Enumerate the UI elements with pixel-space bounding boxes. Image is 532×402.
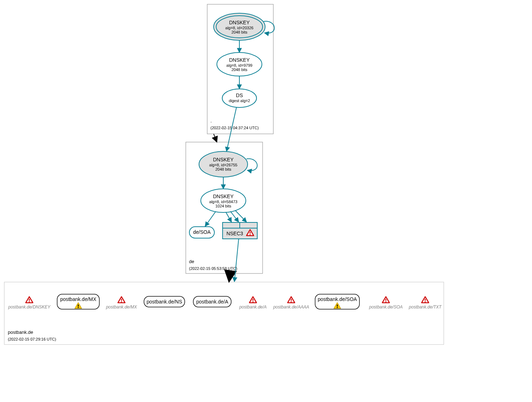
zone-root: . (2022-02-15 04:37:24 UTC) DNSKEY alg=8… (207, 4, 274, 134)
rr-phantom-txt: postbank.de/TXT (408, 297, 442, 310)
svg-text:postbank.de/DNSKEY: postbank.de/DNSKEY (8, 305, 51, 310)
node-de-soa: de/SOA (189, 227, 214, 238)
svg-text:NSEC3: NSEC3 (227, 231, 243, 236)
node-root-ksk: DNSKEY alg=8, id=20326 2048 bits (214, 13, 265, 40)
zone-target: postbank.de (2022-02-15 07:29:16 UTC) po… (4, 239, 444, 345)
svg-text:DNSKEY: DNSKEY (229, 20, 250, 25)
rr-a: postbank.de/A (193, 296, 231, 307)
edge-de-ksk-self (247, 159, 257, 171)
rr-phantom-mx: postbank.de/MX (106, 297, 138, 310)
svg-text:alg=8, id=58473: alg=8, id=58473 (209, 200, 238, 204)
edge-de-nsec-target (234, 239, 239, 282)
node-de-nsec3: NSEC3 (223, 222, 257, 239)
svg-text:DNSKEY: DNSKEY (213, 194, 234, 199)
edge-de-zsk-nsec-3 (235, 210, 247, 222)
svg-text:alg=8, id=20326: alg=8, id=20326 (225, 26, 254, 30)
svg-text:postbank.de/AAAA: postbank.de/AAAA (273, 305, 309, 310)
svg-text:postbank.de/SOA: postbank.de/SOA (318, 296, 357, 302)
svg-text:postbank.de/TXT: postbank.de/TXT (408, 305, 442, 310)
svg-text:postbank.de/MX: postbank.de/MX (60, 296, 96, 302)
svg-text:DS: DS (236, 92, 243, 98)
zone-root-label: . (210, 118, 212, 124)
svg-text:alg=8, id=9799: alg=8, id=9799 (227, 63, 253, 67)
svg-text:postbank.de/MX: postbank.de/MX (106, 305, 138, 310)
rr-phantom-dnskey: postbank.de/DNSKEY (8, 297, 51, 310)
svg-text:postbank.de/A: postbank.de/A (239, 305, 267, 310)
svg-point-14 (222, 89, 257, 107)
zone-de-timestamp: (2022-02-15 05:53:58 UTC) (189, 266, 237, 271)
node-de-zsk: DNSKEY alg=8, id=58473 1024 bits (201, 189, 246, 212)
svg-text:de/SOA: de/SOA (193, 229, 211, 235)
svg-text:postbank.de/A: postbank.de/A (196, 299, 228, 305)
svg-text:DNSKEY: DNSKEY (229, 57, 250, 63)
zone-de: de (2022-02-15 05:53:58 UTC) DNSKEY alg=… (186, 107, 263, 273)
rr-phantom-aaaa: postbank.de/AAAA (273, 297, 309, 310)
edge-zone-de-target (229, 273, 230, 282)
svg-text:postbank.de/SOA: postbank.de/SOA (369, 305, 403, 310)
zone-root-timestamp: (2022-02-15 04:37:24 UTC) (210, 126, 259, 130)
svg-text:1024 bits: 1024 bits (215, 204, 232, 208)
svg-text:digest alg=2: digest alg=2 (229, 99, 250, 103)
zone-de-label: de (189, 259, 194, 264)
edge-de-zsk-soa (205, 211, 216, 226)
edge-de-zsk-nsec-1 (226, 212, 232, 222)
svg-rect-29 (223, 222, 240, 228)
svg-text:alg=8, id=26755: alg=8, id=26755 (209, 163, 238, 167)
edge-zone-root-de (214, 134, 217, 142)
svg-text:postbank.de/NS: postbank.de/NS (146, 299, 182, 305)
node-de-ksk: DNSKEY alg=8, id=26755 2048 bits (199, 151, 248, 177)
rr-soa: postbank.de/SOA (315, 294, 359, 309)
zone-target-label: postbank.de (8, 330, 33, 335)
rr-mx: postbank.de/MX (57, 294, 99, 309)
rr-phantom-soa: postbank.de/SOA (369, 297, 403, 310)
svg-text:2048 bits: 2048 bits (232, 30, 248, 34)
rr-ns: postbank.de/NS (144, 296, 185, 307)
svg-text:2048 bits: 2048 bits (232, 67, 248, 72)
svg-text:DNSKEY: DNSKEY (213, 157, 234, 162)
svg-rect-32 (4, 282, 444, 345)
rr-phantom-a: postbank.de/A (239, 297, 267, 310)
svg-text:2048 bits: 2048 bits (215, 167, 232, 171)
dnssec-graph: . (2022-02-15 04:37:24 UTC) DNSKEY alg=8… (0, 0, 532, 402)
zone-target-timestamp: (2022-02-15 07:29:16 UTC) (8, 337, 56, 341)
node-root-ds: DS digest alg=2 (222, 89, 257, 107)
node-root-zsk: DNSKEY alg=8, id=9799 2048 bits (217, 52, 262, 76)
